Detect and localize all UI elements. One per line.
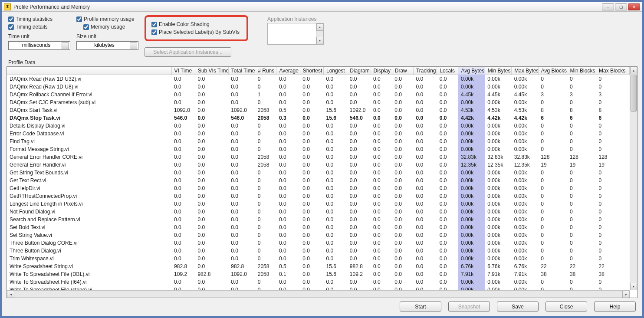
data-cell: 0.0 — [347, 161, 371, 169]
data-cell: 0.0 — [276, 161, 300, 169]
table-row[interactable]: DAQmx Read (Raw 1D U32).vi0.00.00.000.00… — [7, 75, 630, 83]
column-header[interactable]: Avg Bytes — [458, 67, 485, 75]
data-cell: 0.0 — [323, 138, 347, 145]
column-header[interactable]: Max Bytes — [512, 67, 538, 75]
table-row[interactable]: DAQmx Set CJC Parameters (sub).vi0.00.00… — [7, 98, 630, 106]
scroll-down-icon[interactable]: ▾ — [630, 283, 637, 290]
scroll-right-icon[interactable]: ▸ — [622, 291, 630, 298]
scroll-down-icon[interactable]: ▾ — [316, 37, 323, 44]
data-cell: 0.0 — [347, 75, 371, 83]
column-header[interactable]: Avg Blocks — [538, 67, 567, 75]
data-cell: 0.00k — [485, 177, 511, 184]
data-cell: 0.0 — [371, 106, 392, 114]
table-row[interactable]: General Error Handler CORE.vi0.00.00.020… — [7, 153, 630, 161]
table-row[interactable]: Write Spreadsheet String.vi982.80.0982.8… — [7, 262, 630, 270]
column-header[interactable]: Average — [276, 67, 300, 75]
table-row[interactable]: Not Found Dialog.vi0.00.00.000.00.00.00.… — [7, 208, 630, 216]
data-cell: 0.0 — [347, 83, 371, 91]
scroll-thumb[interactable] — [631, 75, 637, 111]
start-button[interactable]: Start — [400, 302, 441, 311]
timing-statistics-checkbox[interactable]: Timing statistics — [8, 16, 70, 22]
column-header[interactable]: # Runs — [255, 67, 276, 75]
scroll-up-icon[interactable]: ▴ — [316, 23, 323, 31]
table-row[interactable]: Write To Spreadsheet File (string).vi0.0… — [7, 286, 630, 291]
table-row[interactable]: GetHelpDir.vi0.00.00.000.00.00.00.00.00.… — [7, 184, 630, 192]
data-cell: 0.0 — [195, 169, 228, 177]
column-header[interactable]: Min Blocks — [567, 67, 596, 75]
column-header[interactable]: Shortest — [300, 67, 323, 75]
data-cell: 0.0 — [413, 169, 437, 177]
table-row[interactable]: Search and Replace Pattern.vi0.00.00.000… — [7, 216, 630, 223]
column-header[interactable]: Sub VIs Time — [195, 67, 228, 75]
table-row[interactable]: DAQmx Read (Raw 1D U8).vi0.00.00.000.00.… — [7, 83, 630, 91]
table-row[interactable]: Get String Text Bounds.vi0.00.00.000.00.… — [7, 169, 630, 177]
maximize-button[interactable]: ▢ — [615, 3, 627, 10]
horizontal-scrollbar[interactable]: ◂ ▸ — [7, 290, 630, 298]
column-header[interactable]: Locals — [437, 67, 458, 75]
column-header[interactable]: Display — [371, 67, 392, 75]
data-cell: 0.0 — [371, 262, 392, 270]
time-unit-select[interactable]: milliseconds — [8, 41, 70, 50]
enable-color-shading-checkbox[interactable]: Enable Color Shading — [151, 21, 240, 27]
data-cell: 0.0 — [195, 231, 228, 239]
data-cell: 0.0 — [392, 231, 413, 239]
table-row[interactable]: General Error Handler.vi0.00.00.020580.0… — [7, 161, 630, 169]
table-row[interactable]: Trim Whitespace.vi0.00.00.000.00.00.00.0… — [7, 255, 630, 262]
data-cell: 0.0 — [323, 122, 347, 130]
column-header[interactable]: Min Bytes — [485, 67, 511, 75]
data-cell: 128 — [567, 153, 596, 161]
column-header[interactable]: Diagram — [347, 67, 371, 75]
data-cell: 4.45k — [512, 91, 538, 98]
data-cell: 7.91k — [512, 270, 538, 278]
column-header[interactable]: Total Time — [228, 67, 255, 75]
column-header[interactable]: Tracking — [413, 67, 437, 75]
table-row[interactable]: Three Button Dialog CORE.vi0.00.00.000.0… — [7, 239, 630, 247]
table-row[interactable]: GetRTHostConnectedProp.vi0.00.00.000.00.… — [7, 192, 630, 200]
column-header[interactable] — [7, 67, 171, 75]
table-row[interactable]: DAQmx Start Task.vi1092.00.01092.020580.… — [7, 106, 630, 114]
app-instances-listbox[interactable]: ▴ ▾ — [267, 23, 324, 45]
size-unit-select[interactable]: kilobytes — [76, 41, 138, 50]
timing-details-checkbox[interactable]: Timing details — [8, 24, 70, 30]
vi-name-cell: Write To Spreadsheet File (I64).vi — [7, 278, 171, 286]
minimize-button[interactable]: ─ — [602, 3, 614, 10]
table-row[interactable]: DAQmx Stop Task.vi546.00.0546.020580.30.… — [7, 114, 630, 122]
help-button[interactable]: Help — [594, 302, 636, 311]
table-row[interactable]: Format Message String.vi0.00.00.000.00.0… — [7, 145, 630, 153]
close-button[interactable]: ✕ — [628, 3, 640, 10]
column-header[interactable]: VI Time — [171, 67, 195, 75]
titlebar[interactable]: ⧗ Profile Performance and Memory ─ ▢ ✕ — [2, 2, 642, 12]
data-cell: 0 — [596, 208, 629, 216]
select-app-instances-button[interactable]: Select Application Instances... — [145, 47, 231, 57]
data-cell: 0.00k — [485, 223, 511, 231]
table-row[interactable]: Details Display Dialog.vi0.00.00.000.00.… — [7, 122, 630, 130]
column-header[interactable]: Longest — [323, 67, 347, 75]
scroll-up-icon[interactable]: ▴ — [630, 67, 637, 74]
table-row[interactable]: Longest Line Length in Pixels.vi0.00.00.… — [7, 200, 630, 208]
data-cell: 2058 — [255, 161, 276, 169]
scroll-left-icon[interactable]: ◂ — [7, 291, 14, 298]
listbox-scrollbar[interactable]: ▴ ▾ — [316, 23, 323, 44]
close-button[interactable]: Close — [545, 302, 587, 311]
profile-table[interactable]: VI TimeSub VIs TimeTotal Time# RunsAvera… — [7, 67, 630, 290]
table-row[interactable]: Write To Spreadsheet File (I64).vi0.00.0… — [7, 278, 630, 286]
data-cell: 0.0 — [228, 122, 255, 130]
table-row[interactable]: Get Text Rect.vi0.00.00.000.00.00.00.00.… — [7, 177, 630, 184]
data-cell: 0.0 — [300, 114, 323, 122]
table-row[interactable]: Error Code Database.vi0.00.00.000.00.00.… — [7, 130, 630, 138]
table-row[interactable]: Three Button Dialog.vi0.00.00.000.00.00.… — [7, 247, 630, 255]
snapshot-button[interactable]: Snapshot — [448, 302, 490, 311]
column-header[interactable]: Max Blocks — [596, 67, 629, 75]
memory-usage-checkbox[interactable]: Memory usage — [83, 24, 138, 30]
vertical-scrollbar[interactable]: ▴ ▾ — [630, 67, 637, 290]
table-row[interactable]: DAQmx Rollback Channel If Error.vi0.00.0… — [7, 91, 630, 98]
table-row[interactable]: Find Tag.vi0.00.00.000.00.00.00.00.00.00… — [7, 138, 630, 145]
save-button[interactable]: Save — [497, 302, 539, 311]
table-row[interactable]: Write To Spreadsheet File (DBL).vi109.29… — [7, 270, 630, 278]
data-cell: 0.0 — [276, 169, 300, 177]
table-row[interactable]: Set Bold Text.vi0.00.00.000.00.00.00.00.… — [7, 223, 630, 231]
profile-memory-checkbox[interactable]: Profile memory usage — [76, 16, 138, 22]
table-row[interactable]: Set String Value.vi0.00.00.000.00.00.00.… — [7, 231, 630, 239]
column-header[interactable]: Draw — [392, 67, 413, 75]
place-labels-checkbox[interactable]: Place Selected Label(s) By SubVIs — [151, 29, 240, 35]
